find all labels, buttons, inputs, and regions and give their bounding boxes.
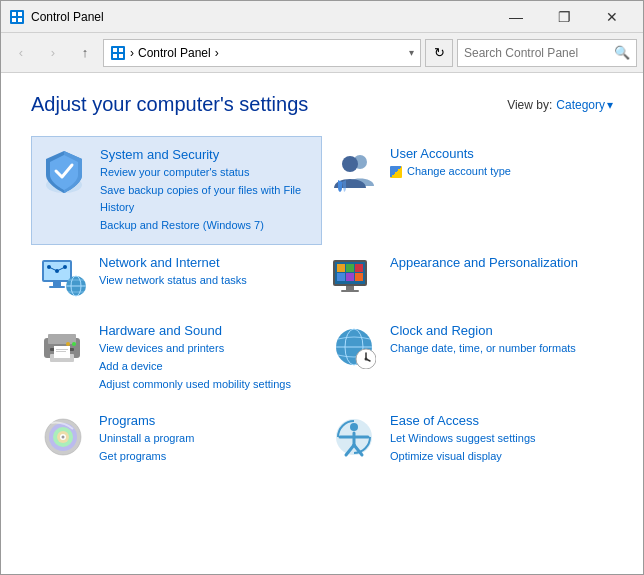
address-sep2: ›: [215, 46, 219, 60]
svg-rect-35: [346, 286, 354, 290]
ease-of-access-title[interactable]: Ease of Access: [390, 413, 536, 428]
svg-rect-1: [12, 12, 16, 16]
svg-point-52: [365, 358, 368, 361]
appearance-title[interactable]: Appearance and Personalization: [390, 255, 578, 270]
svg-point-44: [72, 342, 76, 346]
view-by-arrow-icon: ▾: [607, 98, 613, 112]
svg-rect-33: [346, 273, 354, 281]
link-uninstall-program[interactable]: Uninstall a program: [99, 430, 194, 448]
link-windows-suggest[interactable]: Let Windows suggest settings: [390, 430, 536, 448]
address-path: ›: [130, 46, 134, 60]
link-mobility-settings[interactable]: Adjust commonly used mobility settings: [99, 376, 291, 394]
system-security-content: System and Security Review your computer…: [100, 147, 313, 234]
svg-rect-32: [337, 273, 345, 281]
svg-rect-31: [355, 264, 363, 272]
user-accounts-content: User Accounts Change account type: [390, 146, 511, 181]
ease-of-access-icon: [330, 413, 378, 461]
link-add-device[interactable]: Add a device: [99, 358, 291, 376]
window-title: Control Panel: [31, 10, 493, 24]
user-accounts-title[interactable]: User Accounts: [390, 146, 511, 161]
svg-rect-34: [355, 273, 363, 281]
link-optimize-display[interactable]: Optimize visual display: [390, 448, 536, 466]
category-network-internet[interactable]: Network and Internet View network status…: [31, 245, 322, 313]
address-bar[interactable]: › Control Panel › ▾: [103, 39, 421, 67]
programs-content: Programs Uninstall a program Get program…: [99, 413, 194, 465]
svg-rect-6: [113, 48, 117, 52]
clock-region-title[interactable]: Clock and Region: [390, 323, 576, 338]
ease-of-access-content: Ease of Access Let Windows suggest setti…: [390, 413, 536, 465]
svg-rect-30: [346, 264, 354, 272]
close-button[interactable]: ✕: [589, 3, 635, 31]
clock-region-icon: [330, 323, 378, 371]
system-security-title[interactable]: System and Security: [100, 147, 313, 162]
search-input[interactable]: [464, 46, 614, 60]
category-programs[interactable]: Programs Uninstall a program Get program…: [31, 403, 322, 475]
clock-region-content: Clock and Region Change date, time, or n…: [390, 323, 576, 358]
appearance-content: Appearance and Personalization: [390, 255, 578, 272]
category-user-accounts[interactable]: User Accounts Change account type: [322, 136, 613, 245]
address-dropdown-icon: ▾: [409, 47, 414, 58]
svg-rect-3: [12, 18, 16, 22]
maximize-button[interactable]: ❐: [541, 3, 587, 31]
view-by-dropdown[interactable]: Category ▾: [556, 98, 613, 112]
svg-rect-38: [48, 334, 76, 344]
view-by-value-text: Category: [556, 98, 605, 112]
page-title: Adjust your computer's settings: [31, 93, 308, 116]
programs-title[interactable]: Programs: [99, 413, 194, 428]
user-accounts-icon: [330, 146, 378, 194]
link-get-programs[interactable]: Get programs: [99, 448, 194, 466]
category-ease-of-access[interactable]: Ease of Access Let Windows suggest setti…: [322, 403, 613, 475]
category-appearance[interactable]: Appearance and Personalization: [322, 245, 613, 313]
categories-grid: System and Security Review your computer…: [31, 136, 613, 475]
appearance-icon: [330, 255, 378, 303]
svg-rect-20: [53, 282, 61, 286]
svg-rect-43: [56, 351, 66, 352]
link-view-network-status[interactable]: View network status and tasks: [99, 272, 247, 290]
forward-button[interactable]: ›: [39, 39, 67, 67]
network-internet-icon: [39, 255, 87, 303]
page-header: Adjust your computer's settings View by:…: [31, 93, 613, 116]
refresh-button[interactable]: ↻: [425, 39, 453, 67]
svg-rect-36: [341, 290, 359, 292]
search-icon: 🔍: [614, 45, 630, 60]
up-button[interactable]: ↑: [71, 39, 99, 67]
svg-point-45: [66, 342, 70, 346]
title-bar: Control Panel — ❐ ✕: [1, 1, 643, 33]
svg-rect-2: [18, 12, 22, 16]
navigation-bar: ‹ › ↑ › Control Panel › ▾ ↻ 🔍: [1, 33, 643, 73]
uac-shield-icon: [390, 166, 402, 178]
svg-rect-7: [119, 48, 123, 52]
link-review-computer[interactable]: Review your computer's status: [100, 164, 313, 182]
svg-rect-9: [119, 54, 123, 58]
network-internet-content: Network and Internet View network status…: [99, 255, 247, 290]
svg-point-59: [62, 436, 65, 439]
hardware-sound-title[interactable]: Hardware and Sound: [99, 323, 291, 338]
hardware-sound-icon: [39, 323, 87, 371]
category-clock-region[interactable]: Clock and Region Change date, time, or n…: [322, 313, 613, 403]
link-change-account-type[interactable]: Change account type: [390, 163, 511, 181]
link-backup-files[interactable]: Save backup copies of your files with Fi…: [100, 182, 313, 217]
window-controls: — ❐ ✕: [493, 3, 635, 31]
back-button[interactable]: ‹: [7, 39, 35, 67]
address-label: Control Panel: [138, 46, 211, 60]
hardware-sound-content: Hardware and Sound View devices and prin…: [99, 323, 291, 393]
system-security-icon: [40, 147, 88, 195]
address-bar-icon: [110, 45, 126, 61]
category-system-security[interactable]: System and Security Review your computer…: [31, 136, 322, 245]
svg-rect-8: [113, 54, 117, 58]
category-hardware-sound[interactable]: Hardware and Sound View devices and prin…: [31, 313, 322, 403]
svg-point-12: [342, 156, 358, 172]
search-box[interactable]: 🔍: [457, 39, 637, 67]
view-by-control: View by: Category ▾: [507, 98, 613, 112]
network-internet-title[interactable]: Network and Internet: [99, 255, 247, 270]
programs-icon: [39, 413, 87, 461]
svg-rect-4: [18, 18, 22, 22]
minimize-button[interactable]: —: [493, 3, 539, 31]
svg-point-61: [350, 423, 358, 431]
link-view-devices[interactable]: View devices and printers: [99, 340, 291, 358]
view-by-label: View by:: [507, 98, 552, 112]
main-content: Adjust your computer's settings View by:…: [1, 73, 643, 575]
link-backup-restore[interactable]: Backup and Restore (Windows 7): [100, 217, 313, 235]
app-icon: [9, 9, 25, 25]
link-change-datetime[interactable]: Change date, time, or number formats: [390, 340, 576, 358]
